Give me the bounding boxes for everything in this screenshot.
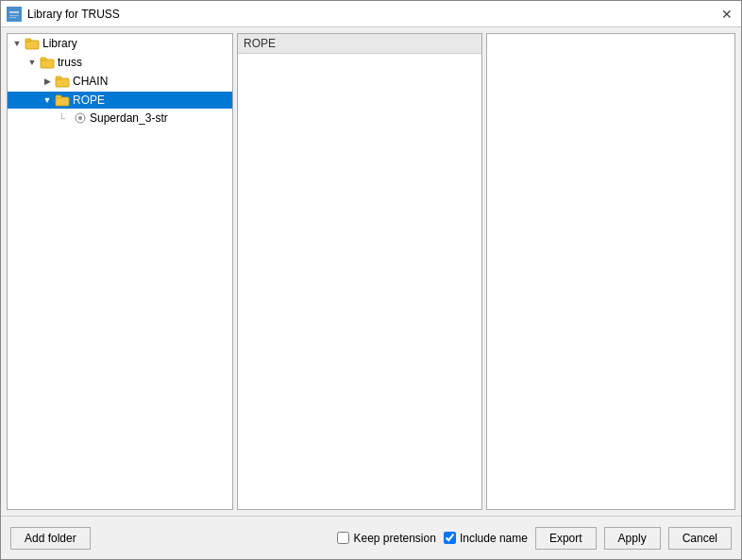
svg-rect-12	[56, 95, 61, 98]
superdan-label: Superdan_3-str	[90, 111, 168, 125]
content-area: ▼ Library ▼	[1, 27, 741, 516]
cancel-button[interactable]: Cancel	[668, 527, 732, 550]
svg-rect-10	[56, 76, 61, 79]
chain-label: CHAIN	[73, 75, 108, 88]
include-name-checkbox[interactable]	[444, 532, 456, 544]
svg-rect-4	[9, 17, 16, 18]
bottom-bar: Add folder Keep pretension Include name …	[1, 516, 741, 559]
middle-panel-header: ROPE	[238, 34, 481, 54]
include-name-label[interactable]: Include name	[444, 532, 528, 545]
window-title: Library for TRUSS	[27, 8, 120, 21]
title-bar-left: Library for TRUSS	[7, 7, 120, 22]
tree-item-library[interactable]: ▼ Library	[8, 34, 232, 53]
expander-chain[interactable]: ▶	[40, 74, 55, 89]
tree-item-chain[interactable]: ▶ CHAIN	[8, 72, 232, 91]
rope-label: ROPE	[73, 93, 105, 107]
svg-point-14	[78, 116, 82, 120]
tree-item-rope[interactable]: ▼ ROPE	[8, 91, 232, 110]
svg-rect-8	[41, 58, 46, 60]
keep-pretension-label[interactable]: Keep pretension	[337, 532, 435, 545]
expander-library[interactable]: ▼	[9, 36, 25, 51]
right-panel	[486, 33, 735, 510]
library-label: Library	[42, 37, 77, 50]
expander-rope[interactable]: ▼	[40, 93, 55, 108]
keep-pretension-checkbox[interactable]	[337, 532, 349, 544]
window-icon	[7, 7, 22, 22]
bottom-left: Add folder	[10, 527, 329, 550]
svg-rect-6	[25, 39, 31, 42]
add-folder-button[interactable]: Add folder	[10, 527, 91, 550]
svg-rect-2	[9, 11, 19, 13]
tree-panel: ▼ Library ▼	[7, 33, 233, 510]
svg-rect-0	[8, 9, 21, 20]
tree-item-truss[interactable]: ▼ truss	[8, 53, 232, 72]
apply-button[interactable]: Apply	[604, 527, 661, 550]
middle-panel: ROPE	[237, 33, 482, 510]
title-bar: Library for TRUSS ✕	[1, 1, 741, 27]
svg-rect-1	[9, 8, 14, 10]
expander-truss[interactable]: ▼	[25, 55, 40, 70]
truss-label: truss	[58, 56, 82, 69]
svg-rect-3	[9, 15, 19, 16]
close-button[interactable]: ✕	[718, 6, 735, 23]
export-button[interactable]: Export	[535, 527, 597, 550]
tree-item-superdan[interactable]: └ Superdan_3-str	[8, 110, 232, 127]
main-window: Library for TRUSS ✕ ▼ Library	[0, 0, 742, 560]
bottom-right: Keep pretension Include name Export Appl…	[337, 527, 732, 550]
